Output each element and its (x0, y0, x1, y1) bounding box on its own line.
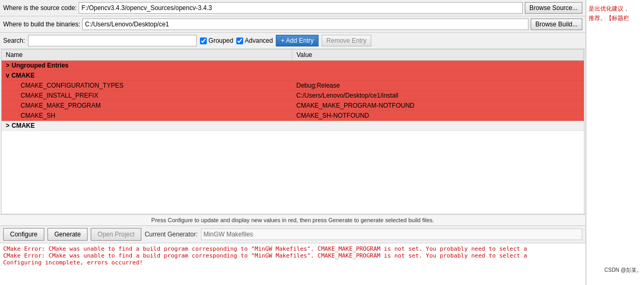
build-label: Where to build the binaries: (3, 21, 80, 28)
table-cell-name: >Ungrouped Entries (2, 61, 292, 71)
generator-prefix: Current Generator: (145, 231, 198, 238)
table-header-row: Name Value (2, 50, 584, 61)
table-cell-name: CMAKE_SH (2, 111, 292, 121)
expand-icon[interactable]: > (6, 62, 9, 69)
side-text-1: 是出优化建议， (589, 4, 642, 14)
status-bar: Press Configure to update and display ne… (0, 214, 585, 225)
build-row: Where to build the binaries: Browse Buil… (0, 16, 585, 33)
status-text: Press Configure to update and display ne… (151, 217, 434, 223)
table-body: >Ungrouped EntriesvCMAKECMAKE_CONFIGURAT… (2, 61, 584, 131)
source-input[interactable] (79, 2, 522, 14)
source-label: Where is the source code: (3, 4, 76, 12)
remove-entry-button[interactable]: Remove Entry (322, 35, 371, 46)
browse-build-button[interactable]: Browse Build... (531, 18, 582, 30)
csdn-credit: CSDN @彭某。 (604, 266, 642, 274)
group-name: CMAKE (12, 72, 35, 79)
build-input[interactable] (82, 18, 528, 30)
table-row[interactable]: CMAKE_CONFIGURATION_TYPESDebug;Release (2, 81, 584, 91)
table-cell-value: CMAKE_MAKE_PROGRAM-NOTFOUND (292, 101, 584, 111)
log-line: CMake Error: CMake was unable to find a … (3, 245, 582, 252)
grouped-checkbox-label[interactable]: Grouped (200, 37, 233, 44)
table-row[interactable]: CMAKE_SHCMAKE_SH-NOTFOUND (2, 111, 584, 121)
table-cell-value: C:/Users/Lenovo/Desktop/ce1/install (292, 91, 584, 101)
table-cell-value (292, 61, 584, 71)
log-lines: CMake Error: CMake was unable to find a … (3, 245, 582, 266)
grouped-label: Grouped (208, 37, 233, 44)
generator-input[interactable] (201, 229, 582, 240)
expand-icon[interactable]: v (6, 72, 9, 79)
expand-icon[interactable]: > (6, 122, 9, 129)
advanced-checkbox[interactable] (236, 37, 243, 44)
group-name: Ungrouped Entries (12, 62, 69, 69)
table-row[interactable]: CMAKE_INSTALL_PREFIXC:/Users/Lenovo/Desk… (2, 91, 584, 101)
table-cell-value: Debug;Release (292, 81, 584, 91)
advanced-checkbox-label[interactable]: Advanced (236, 37, 273, 44)
table-cell-name: CMAKE_CONFIGURATION_TYPES (2, 81, 292, 91)
table-cell-name: >CMAKE (2, 121, 292, 131)
table-cell-name: CMAKE_INSTALL_PREFIX (2, 91, 292, 101)
table-row[interactable]: CMAKE_MAKE_PROGRAMCMAKE_MAKE_PROGRAM-NOT… (2, 101, 584, 111)
generate-button[interactable]: Generate (47, 228, 88, 241)
add-entry-button[interactable]: + Add Entry (276, 35, 318, 46)
grouped-checkbox[interactable] (200, 37, 207, 44)
log-line: Configuring incomplete, errors occurred! (3, 259, 582, 266)
table-cell-name: CMAKE_MAKE_PROGRAM (2, 101, 292, 111)
source-row: Where is the source code: Browse Source.… (0, 0, 585, 16)
table-row[interactable]: >CMAKE (2, 121, 584, 131)
group-name: CMAKE (12, 122, 35, 129)
table-cell-value: CMAKE_SH-NOTFOUND (292, 111, 584, 121)
advanced-label: Advanced (245, 37, 273, 44)
search-row: Search: Grouped Advanced + Add Entry Rem… (0, 33, 585, 49)
search-label: Search: (3, 37, 25, 44)
table-cell-name: vCMAKE (2, 71, 292, 81)
side-text-2: 推荐。【标题栏 (589, 14, 642, 23)
search-input[interactable] (28, 35, 197, 46)
log-line: CMake Error: CMake was unable to find a … (3, 252, 582, 259)
col-value-header: Value (292, 50, 584, 61)
col-name-header: Name (2, 50, 292, 61)
action-bar: Configure Generate Open Project Current … (0, 225, 585, 243)
entries-table-container: Name Value >Ungrouped EntriesvCMAKECMAKE… (1, 49, 584, 214)
log-panel: CMake Error: CMake was unable to find a … (0, 243, 585, 285)
configure-button[interactable]: Configure (3, 228, 44, 241)
side-panel: 是出优化建议， 推荐。【标题栏 CSDN @彭某。 (586, 0, 644, 285)
browse-source-button[interactable]: Browse Source... (525, 2, 582, 14)
table-cell-value (292, 71, 584, 81)
table-row[interactable]: vCMAKE (2, 71, 584, 81)
table-row[interactable]: >Ungrouped Entries (2, 61, 584, 71)
open-project-button[interactable]: Open Project (91, 228, 141, 241)
table-cell-value (292, 121, 584, 131)
entries-table: Name Value >Ungrouped EntriesvCMAKECMAKE… (2, 50, 584, 131)
